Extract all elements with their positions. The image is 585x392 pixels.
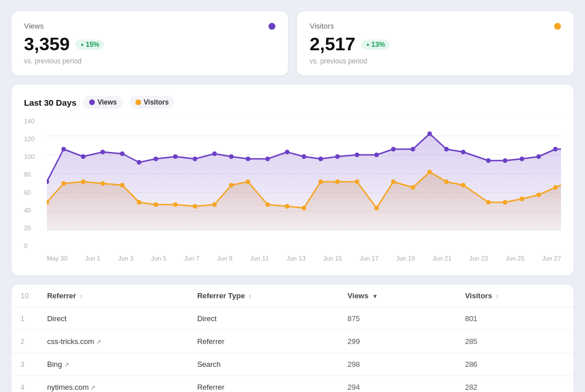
row-type: Referrer [188, 376, 338, 393]
svg-point-63 [503, 200, 507, 205]
visitors-value: 2,517 [310, 34, 355, 55]
svg-point-32 [461, 150, 466, 154]
chart-header: Last 30 Days Views Visitors [24, 96, 561, 109]
svg-point-14 [137, 160, 142, 165]
svg-point-36 [536, 154, 541, 159]
row-visitors: 282 [456, 376, 574, 393]
col-visitors-header[interactable]: Visitors ↕ [456, 285, 574, 307]
row-referrer: nytimes.com↗ [38, 376, 188, 393]
svg-point-45 [173, 202, 178, 207]
col-type-header[interactable]: Referrer Type ↕ [188, 285, 338, 307]
svg-point-61 [461, 183, 466, 187]
svg-point-23 [302, 154, 306, 159]
svg-point-22 [285, 150, 290, 154]
visitors-dot [554, 23, 561, 30]
svg-point-57 [391, 179, 396, 184]
svg-point-62 [486, 200, 491, 205]
svg-point-20 [246, 157, 250, 161]
table-row: 3 Bing↗ Search 298 286 [11, 353, 574, 376]
views-dot [269, 23, 275, 30]
svg-point-42 [120, 183, 125, 187]
svg-point-50 [266, 202, 270, 207]
svg-point-13 [120, 151, 125, 156]
svg-point-58 [411, 185, 415, 190]
svg-point-55 [355, 179, 359, 184]
table-body: 1 Direct Direct 875 801 2 css-tricks.com… [11, 307, 574, 393]
svg-point-21 [266, 157, 270, 161]
table-row: 1 Direct Direct 875 801 [11, 307, 574, 330]
legend-views-label: Views [98, 98, 117, 106]
table-card: 10 Referrer ↕ Referrer Type ↕ Views ▼ Vi… [11, 285, 574, 392]
svg-point-54 [335, 179, 340, 184]
row-num: 4 [11, 376, 38, 393]
visitors-label: Visitors [310, 22, 334, 30]
row-visitors: 286 [456, 353, 574, 376]
legend-visitors-dot [135, 99, 141, 105]
svg-point-40 [81, 179, 86, 184]
col-referrer-header[interactable]: Referrer ↕ [38, 285, 188, 307]
svg-point-16 [173, 154, 178, 159]
external-link-icon[interactable]: ↗ [96, 338, 101, 345]
svg-point-24 [318, 157, 323, 161]
visitors-card: Visitors 2,517 13% vs. previous period [297, 11, 574, 75]
svg-point-48 [229, 183, 234, 187]
row-visitors: 801 [456, 307, 574, 330]
svg-point-44 [154, 202, 158, 207]
external-link-icon[interactable]: ↗ [90, 384, 95, 391]
table-row: 4 nytimes.com↗ Referrer 294 282 [11, 376, 574, 393]
views-sub: vs. previous period [24, 57, 275, 65]
top-cards: Views 3,359 15% vs. previous period Visi… [11, 11, 574, 75]
svg-point-31 [444, 147, 449, 151]
svg-point-33 [486, 158, 491, 163]
svg-point-15 [154, 157, 158, 161]
svg-point-18 [213, 151, 217, 156]
row-referrer: Bing↗ [38, 353, 188, 376]
svg-point-10 [61, 147, 66, 151]
svg-point-12 [101, 150, 105, 154]
svg-point-19 [229, 154, 234, 159]
row-num: 2 [11, 330, 38, 353]
chart-card: Last 30 Days Views Visitors 0 20 40 60 8… [11, 85, 574, 275]
svg-point-46 [193, 204, 197, 209]
svg-point-29 [411, 147, 415, 151]
svg-point-52 [302, 206, 306, 210]
x-axis: May 30 Jun 1 Jun 3 Jun 5 Jun 7 Jun 9 Jun… [47, 250, 561, 266]
svg-point-30 [427, 131, 432, 136]
svg-point-26 [355, 153, 359, 157]
legend-visitors-label: Visitors [144, 98, 169, 106]
referrer-sort-icon: ↕ [80, 293, 83, 299]
external-link-icon[interactable]: ↗ [64, 361, 69, 368]
svg-point-34 [503, 158, 507, 163]
legend-views: Views [83, 96, 123, 109]
views-badge: 15% [75, 39, 104, 50]
svg-point-59 [427, 170, 432, 174]
row-visitors: 285 [456, 330, 574, 353]
row-num: 1 [11, 307, 38, 330]
row-referrer: css-tricks.com↗ [38, 330, 188, 353]
visitors-sort-icon: ↕ [496, 293, 499, 299]
row-type: Search [188, 353, 338, 376]
views-sort-icon: ▼ [372, 293, 378, 299]
visitors-badge: 13% [361, 39, 390, 50]
visitors-card-header: Visitors [310, 22, 561, 30]
y-axis: 0 20 40 60 80 100 120 140 [24, 118, 46, 249]
svg-point-64 [520, 197, 524, 201]
row-referrer: Direct [38, 307, 188, 330]
type-sort-icon: ↕ [249, 293, 251, 299]
svg-point-41 [101, 181, 105, 186]
row-views: 299 [338, 330, 456, 353]
legend-visitors: Visitors [130, 96, 175, 109]
svg-point-27 [374, 153, 379, 157]
svg-point-35 [520, 157, 524, 161]
chart-area: 0 20 40 60 80 100 120 140 [24, 118, 561, 266]
svg-point-66 [553, 185, 558, 190]
svg-point-60 [444, 179, 449, 184]
svg-point-65 [536, 193, 541, 197]
visitors-number-row: 2,517 13% [310, 34, 561, 55]
svg-point-49 [246, 179, 250, 184]
svg-point-28 [391, 147, 396, 151]
col-views-header[interactable]: Views ▼ [338, 285, 456, 307]
referrer-table: 10 Referrer ↕ Referrer Type ↕ Views ▼ Vi… [11, 285, 574, 392]
col-num-header: 10 [11, 285, 38, 307]
chart-svg-container [47, 118, 561, 249]
